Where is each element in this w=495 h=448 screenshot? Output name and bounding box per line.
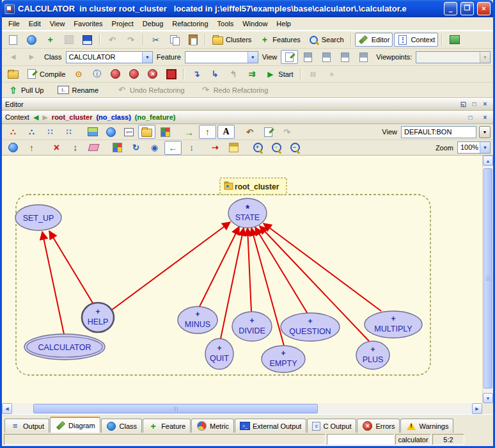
- context-back-icon[interactable]: ◀: [33, 113, 38, 122]
- diagram-history-button[interactable]: [260, 125, 277, 139]
- class-node-calculator[interactable]: CALCULATOR: [24, 334, 105, 360]
- view-editor-button[interactable]: [281, 50, 298, 64]
- diagram-view-combobox[interactable]: DEFAULT:BON: [401, 126, 476, 138]
- zoom-combobox[interactable]: 100%▼: [457, 141, 491, 154]
- class-node-divide[interactable]: +DIVIDE: [232, 312, 272, 341]
- paste-button[interactable]: [184, 33, 201, 47]
- scroll-left-icon[interactable]: ◀: [2, 403, 12, 414]
- supplier-links-button[interactable]: ∷: [42, 125, 59, 139]
- relation-depth-button[interactable]: ⇢: [207, 141, 224, 155]
- class-hierarchy-button[interactable]: ∴: [4, 125, 22, 139]
- zoom-fit-button[interactable]: ▫: [267, 141, 285, 155]
- inheritance-arrow-calculator-to-set_up[interactable]: [42, 232, 64, 334]
- close-button[interactable]: ×: [477, 2, 491, 15]
- cut-button[interactable]: ✂: [147, 33, 164, 47]
- feature-combobox[interactable]: ▼: [185, 51, 258, 63]
- class-node-set_up[interactable]: SET_UP: [15, 205, 61, 230]
- search-button[interactable]: Search: [305, 33, 347, 47]
- tab-output[interactable]: ≡Output: [4, 419, 49, 433]
- view-clickable-button[interactable]: [318, 50, 335, 64]
- run-to-cursor-button[interactable]: ⇉: [243, 67, 260, 81]
- precompile-button[interactable]: ⊙: [70, 67, 87, 81]
- tab-external-output[interactable]: >_External Output: [235, 419, 306, 433]
- sort-button[interactable]: ↕: [183, 141, 200, 155]
- create-inheritance-button[interactable]: ↑: [23, 141, 40, 155]
- context-class-link[interactable]: (no_class): [96, 113, 130, 121]
- inheritance-arrow-minus-to-state[interactable]: [200, 227, 239, 307]
- maximize-context-icon[interactable]: □: [466, 113, 475, 122]
- clusters-button[interactable]: Clusters: [209, 33, 255, 47]
- copy-button[interactable]: [166, 33, 183, 47]
- context-toggle[interactable]: Context: [394, 33, 438, 47]
- class-node-plus[interactable]: +PLUS: [356, 341, 389, 369]
- class-node-state[interactable]: *STATE: [228, 198, 267, 228]
- tab-feature[interactable]: +Feature: [143, 419, 191, 433]
- project-info-button[interactable]: ⓘ: [88, 67, 106, 81]
- features-button[interactable]: +Features: [256, 33, 303, 47]
- zoom-in-button[interactable]: +: [249, 141, 266, 155]
- debug-run-button[interactable]: [107, 67, 124, 81]
- client-links-button[interactable]: ∷: [60, 125, 77, 139]
- class-node-multiply[interactable]: +MULTIPLY: [365, 311, 422, 338]
- diagram-undo-button[interactable]: ↶: [241, 125, 258, 139]
- menu-view[interactable]: View: [45, 19, 70, 29]
- maximize-button[interactable]: ❐: [460, 2, 474, 15]
- menu-refactoring[interactable]: Refactoring: [168, 19, 212, 29]
- close-pane-icon[interactable]: ×: [480, 100, 490, 109]
- project-settings-button[interactable]: [4, 67, 22, 81]
- menu-favorites[interactable]: Favorites: [69, 19, 107, 29]
- debug-item-button[interactable]: [125, 67, 143, 81]
- view-interface-button[interactable]: [355, 50, 372, 64]
- step-into-button[interactable]: ↴: [187, 67, 205, 81]
- tab-errors[interactable]: Errors: [357, 419, 400, 433]
- menu-help[interactable]: Help: [272, 19, 295, 29]
- scroll-up-icon[interactable]: ▲: [483, 156, 493, 166]
- status-input-field[interactable]: [327, 434, 394, 445]
- open-button[interactable]: [23, 33, 40, 47]
- start-button[interactable]: ▶Start: [262, 67, 296, 81]
- inheritance-arrow-help-to-state[interactable]: [112, 222, 230, 310]
- export-image-button[interactable]: [84, 125, 101, 139]
- debug-stop-button[interactable]: [144, 67, 161, 81]
- tab-warnings[interactable]: Warnings: [400, 419, 453, 433]
- editor-toggle[interactable]: Editor: [355, 33, 393, 47]
- tab-c-output[interactable]: cC Output: [307, 419, 356, 433]
- inheritance-arrow-divide-to-state[interactable]: [248, 228, 251, 312]
- class-node-minus[interactable]: +MINUS: [178, 307, 217, 333]
- menu-project[interactable]: Project: [107, 19, 138, 29]
- horizontal-scroll-track[interactable]: [12, 403, 472, 414]
- add-button[interactable]: +: [42, 33, 59, 47]
- new-button[interactable]: [4, 33, 22, 47]
- view-contract-button[interactable]: [336, 50, 354, 64]
- horizontal-scrollbar[interactable]: ◀ ▶: [2, 403, 482, 414]
- inheritance-tool-button[interactable]: ↑: [199, 125, 216, 139]
- vertical-scroll-thumb[interactable]: [483, 168, 492, 388]
- class-node-question[interactable]: +QUESTION: [281, 313, 340, 341]
- cluster-hierarchy-button[interactable]: ∴: [23, 125, 40, 139]
- class-node-empty[interactable]: +EMPTY: [262, 346, 305, 372]
- scroll-down-icon[interactable]: ▼: [483, 393, 493, 403]
- save-all-button[interactable]: [79, 33, 96, 47]
- back-layout-button[interactable]: ←: [164, 141, 182, 155]
- breakpoints-button[interactable]: [162, 67, 180, 81]
- colors-button[interactable]: [157, 125, 174, 139]
- context-cluster-link[interactable]: root_cluster: [52, 113, 93, 121]
- show-clusters-button[interactable]: [138, 125, 155, 139]
- close-context-icon[interactable]: ×: [480, 113, 490, 122]
- viewpoints-combobox[interactable]: ▼: [416, 51, 491, 63]
- inheritance-arrow-multiply-to-state[interactable]: [263, 223, 381, 311]
- vertical-scrollbar[interactable]: ▲ ▼: [482, 156, 493, 403]
- menu-tools[interactable]: Tools: [213, 19, 239, 29]
- menu-window[interactable]: Window: [238, 19, 272, 29]
- horizontal-scroll-thumb[interactable]: [33, 404, 318, 413]
- export-button[interactable]: [446, 33, 463, 47]
- maximize-pane-icon[interactable]: □: [469, 100, 479, 109]
- remove-anchor-button[interactable]: ↨: [67, 141, 84, 155]
- erase-button[interactable]: [85, 141, 102, 155]
- fill-colors-button[interactable]: [109, 141, 126, 155]
- title-bar[interactable]: CALCULATOR in cluster root_cluster locat…: [2, 0, 493, 17]
- class-combobox[interactable]: CALCULATOR▼: [66, 51, 153, 63]
- create-class-button[interactable]: [4, 141, 22, 155]
- diagram-view-dropdown-button[interactable]: ▼: [479, 126, 491, 138]
- menu-file[interactable]: File: [4, 19, 24, 29]
